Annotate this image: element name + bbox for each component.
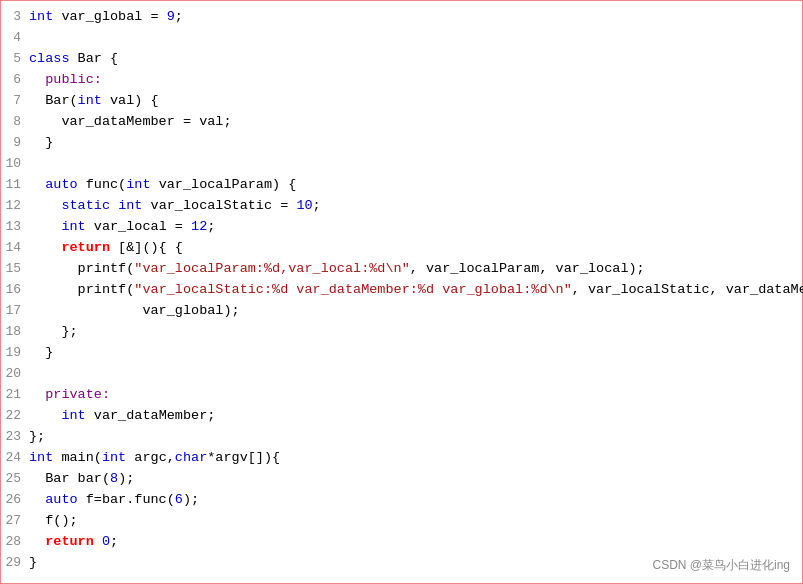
line-content: class Bar { (29, 49, 794, 70)
line-content: var_dataMember = val; (29, 112, 794, 133)
line-number: 5 (1, 49, 29, 69)
line-number: 26 (1, 490, 29, 510)
line-number: 22 (1, 406, 29, 426)
line-number: 15 (1, 259, 29, 279)
line-number: 7 (1, 91, 29, 111)
line-content: private: (29, 385, 794, 406)
line-content: printf("var_localStatic:%d var_dataMembe… (29, 280, 803, 301)
line-number: 20 (1, 364, 29, 384)
line-content (29, 28, 794, 49)
line-number: 8 (1, 112, 29, 132)
line-content: printf("var_localParam:%d,var_local:%d\n… (29, 259, 794, 280)
code-line: 19 } (1, 343, 802, 364)
line-number: 12 (1, 196, 29, 216)
code-line: 15 printf("var_localParam:%d,var_local:%… (1, 259, 802, 280)
code-line: 11 auto func(int var_localParam) { (1, 175, 802, 196)
line-content: int main(int argc,char*argv[]){ (29, 448, 794, 469)
code-line: 25 Bar bar(8); (1, 469, 802, 490)
line-number: 3 (1, 7, 29, 27)
code-line: 21 private: (1, 385, 802, 406)
code-line: 26 auto f=bar.func(6); (1, 490, 802, 511)
line-content: auto func(int var_localParam) { (29, 175, 794, 196)
line-content: } (29, 133, 794, 154)
watermark: CSDN @菜鸟小白进化ing (652, 556, 790, 575)
code-line: 14 return [&](){ { (1, 238, 802, 259)
code-line: 17 var_global); (1, 301, 802, 322)
line-number: 11 (1, 175, 29, 195)
line-content: Bar(int val) { (29, 91, 794, 112)
line-number: 21 (1, 385, 29, 405)
line-content: auto f=bar.func(6); (29, 490, 794, 511)
code-line: 24int main(int argc,char*argv[]){ (1, 448, 802, 469)
line-content: f(); (29, 511, 794, 532)
line-number: 9 (1, 133, 29, 153)
code-line: 6 public: (1, 70, 802, 91)
code-line: 7 Bar(int val) { (1, 91, 802, 112)
code-line: 28 return 0; (1, 532, 802, 553)
code-editor: 3int var_global = 9;4 5class Bar {6 publ… (0, 0, 803, 584)
code-line: 8 var_dataMember = val; (1, 112, 802, 133)
line-number: 17 (1, 301, 29, 321)
line-content: Bar bar(8); (29, 469, 794, 490)
line-number: 16 (1, 280, 29, 300)
line-content: }; (29, 322, 794, 343)
code-line: 9 } (1, 133, 802, 154)
line-number: 13 (1, 217, 29, 237)
line-content (29, 364, 794, 385)
line-content: static int var_localStatic = 10; (29, 196, 794, 217)
line-number: 23 (1, 427, 29, 447)
code-line: 23}; (1, 427, 802, 448)
line-number: 10 (1, 154, 29, 174)
line-content: var_global); (29, 301, 794, 322)
line-number: 6 (1, 70, 29, 90)
code-line: 27 f(); (1, 511, 802, 532)
code-line: 16 printf("var_localStatic:%d var_dataMe… (1, 280, 802, 301)
code-line: 10 (1, 154, 802, 175)
line-content: int var_global = 9; (29, 7, 794, 28)
line-number: 29 (1, 553, 29, 573)
line-content: int var_local = 12; (29, 217, 794, 238)
code-line: 18 }; (1, 322, 802, 343)
line-content: public: (29, 70, 794, 91)
line-content: return [&](){ { (29, 238, 794, 259)
line-number: 24 (1, 448, 29, 468)
line-number: 25 (1, 469, 29, 489)
line-number: 18 (1, 322, 29, 342)
line-content: int var_dataMember; (29, 406, 794, 427)
code-line: 12 static int var_localStatic = 10; (1, 196, 802, 217)
line-content: } (29, 343, 794, 364)
code-line: 22 int var_dataMember; (1, 406, 802, 427)
code-line: 20 (1, 364, 802, 385)
line-number: 27 (1, 511, 29, 531)
line-content (29, 154, 794, 175)
code-line: 3int var_global = 9; (1, 7, 802, 28)
line-number: 14 (1, 238, 29, 258)
code-line: 5class Bar { (1, 49, 802, 70)
line-number: 19 (1, 343, 29, 363)
line-content: return 0; (29, 532, 794, 553)
line-number: 28 (1, 532, 29, 552)
line-number: 4 (1, 28, 29, 48)
code-line: 4 (1, 28, 802, 49)
line-content: }; (29, 427, 794, 448)
code-line: 13 int var_local = 12; (1, 217, 802, 238)
